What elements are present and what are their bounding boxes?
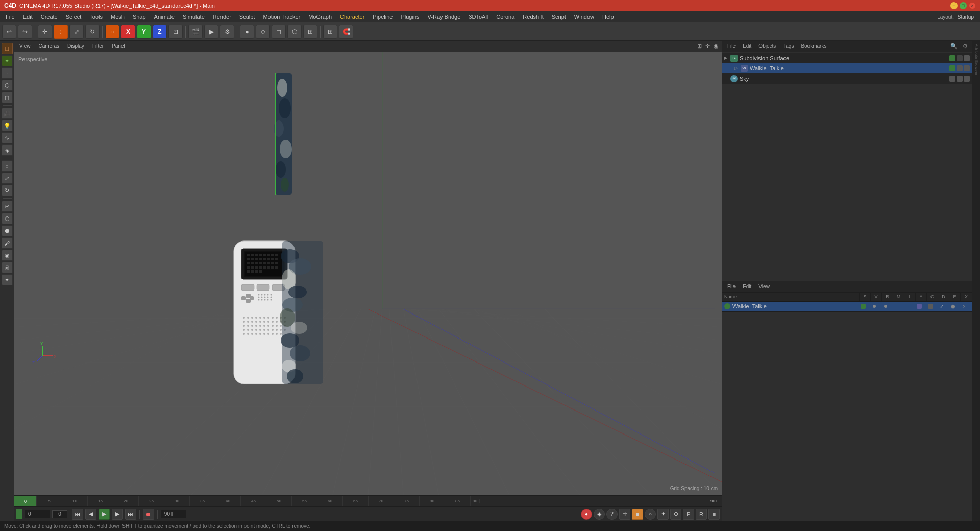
end-frame-input[interactable] bbox=[161, 510, 186, 518]
points-mode-button[interactable]: ● bbox=[240, 25, 254, 39]
redo-button[interactable]: ↪ bbox=[18, 25, 32, 39]
particles-tool-button[interactable]: ✦ bbox=[2, 274, 13, 285]
knife-tool-button[interactable]: ✂ bbox=[2, 201, 13, 212]
om-edit-menu[interactable]: Edit bbox=[740, 42, 754, 50]
edges-mode-button[interactable]: ◇ bbox=[256, 25, 270, 39]
om-objects-menu[interactable]: Objects bbox=[755, 42, 779, 50]
om-row-sky[interactable]: ☀ Sky bbox=[722, 74, 972, 84]
viewport-filter-menu[interactable]: Filter bbox=[89, 42, 107, 50]
current-frame-input[interactable] bbox=[24, 510, 50, 518]
om-search-icon[interactable]: 🔍 bbox=[948, 42, 960, 51]
camera-tool-button[interactable]: 🎥 bbox=[2, 108, 13, 119]
viewport-cameras-menu[interactable]: Cameras bbox=[36, 42, 63, 50]
attr-g-cell[interactable] bbox=[925, 304, 936, 309]
move-tool-l[interactable]: ↕ bbox=[2, 160, 13, 172]
viewport-display-menu[interactable]: Display bbox=[64, 42, 87, 50]
live-select-button[interactable]: ⬡ bbox=[287, 25, 302, 39]
maximize-button[interactable]: □ bbox=[960, 2, 967, 9]
light-tool-button[interactable]: 💡 bbox=[2, 120, 13, 131]
om-file-menu[interactable]: File bbox=[724, 42, 739, 50]
viewport-icon-3[interactable]: ◉ bbox=[713, 42, 720, 51]
attr-v-cell[interactable] bbox=[869, 305, 880, 308]
sculpt-tool-button[interactable]: ◉ bbox=[2, 250, 13, 261]
attr-d-cell[interactable]: ✓ bbox=[936, 304, 947, 309]
model-mode-button[interactable]: ✦ bbox=[2, 55, 13, 66]
bevel-tool-button[interactable]: ⬣ bbox=[2, 225, 13, 236]
om-bookmarks-menu[interactable]: Bookmarks bbox=[798, 42, 829, 50]
vis-badge-green-2[interactable] bbox=[949, 65, 955, 71]
render-region-button[interactable]: 🎬 bbox=[188, 25, 203, 39]
step-back-button[interactable]: ◀ bbox=[85, 509, 96, 520]
move-tool-button[interactable]: ↕ bbox=[54, 25, 68, 39]
menu-redshift[interactable]: Redshift bbox=[519, 13, 547, 21]
render-button[interactable]: ▶ bbox=[204, 25, 218, 39]
key-mode-button[interactable]: ■ bbox=[632, 509, 643, 520]
menu-window[interactable]: Window bbox=[571, 13, 598, 21]
viewport[interactable]: X Y Z Perspective Grid Spacing : 10 cm bbox=[14, 52, 722, 495]
menu-vray[interactable]: V-Ray Bridge bbox=[424, 13, 464, 21]
menu-tools[interactable]: Tools bbox=[86, 13, 106, 21]
close-button[interactable]: × bbox=[969, 2, 976, 9]
go-to-end-button[interactable]: ⏭ bbox=[125, 509, 136, 520]
x-axis-button[interactable]: X bbox=[121, 25, 135, 39]
lock-badge-2[interactable] bbox=[964, 65, 970, 71]
coordinate-button[interactable]: ⊡ bbox=[168, 25, 183, 39]
lock-badge-sky[interactable] bbox=[964, 76, 970, 82]
z-axis-button[interactable]: Z bbox=[153, 25, 167, 39]
menu-3dtoall[interactable]: 3DToAll bbox=[465, 13, 492, 21]
vis-badge-gray-2[interactable] bbox=[957, 65, 963, 71]
viewport-icon-1[interactable]: ⊞ bbox=[696, 42, 703, 51]
viewport-panel-menu[interactable]: Panel bbox=[109, 42, 128, 50]
menu-simulate[interactable]: Simulate bbox=[179, 13, 208, 21]
menu-mograph[interactable]: MoGraph bbox=[305, 13, 335, 21]
menu-file[interactable]: File bbox=[2, 13, 18, 21]
menu-snap[interactable]: Snap bbox=[129, 13, 150, 21]
undo-button[interactable]: ↩ bbox=[2, 25, 16, 39]
record-keyframe-button[interactable]: ● bbox=[581, 509, 592, 520]
menu-sculpt[interactable]: Sculpt bbox=[236, 13, 259, 21]
om-tags-menu[interactable]: Tags bbox=[780, 42, 797, 50]
menu-edit[interactable]: Edit bbox=[19, 13, 36, 21]
om-row-walkie-talkie[interactable]: ▷ W Walkie_Talkie bbox=[722, 63, 972, 74]
vis-badge-green[interactable] bbox=[949, 55, 955, 61]
object-mode-button[interactable]: □ bbox=[2, 43, 13, 54]
scale-tool-l[interactable]: ⤢ bbox=[2, 173, 13, 184]
motion-path-button[interactable]: ✛ bbox=[619, 509, 630, 520]
polygons-mode-button[interactable]: ◻ bbox=[272, 25, 286, 39]
paint-tool-button[interactable]: 🖌 bbox=[2, 237, 13, 249]
spline-tool-button[interactable]: ∿ bbox=[2, 132, 13, 143]
attr-row-walkie-talkie[interactable]: Walkie_Talkie bbox=[722, 302, 972, 312]
y-axis-button[interactable]: Y bbox=[137, 25, 151, 39]
viewport-view-menu[interactable]: View bbox=[16, 42, 34, 50]
grid-button[interactable]: ⊞ bbox=[323, 25, 337, 39]
new-object-button[interactable]: ✛ bbox=[38, 25, 52, 39]
menu-pipeline[interactable]: Pipeline bbox=[369, 13, 396, 21]
add-key-button[interactable]: ✦ bbox=[657, 509, 669, 520]
attr-x-cell[interactable]: × bbox=[959, 304, 970, 309]
go-to-start-button[interactable]: ⏮ bbox=[72, 509, 83, 520]
menu-script[interactable]: Script bbox=[548, 13, 570, 21]
menu-animate[interactable]: Animate bbox=[151, 13, 178, 21]
rotate-tool-l[interactable]: ↻ bbox=[2, 185, 13, 196]
menu-render[interactable]: Render bbox=[209, 13, 235, 21]
poly-mode-button-l[interactable]: ◻ bbox=[2, 92, 13, 103]
vis-badge-sky[interactable] bbox=[949, 76, 955, 82]
step-forward-button[interactable]: ▶ bbox=[112, 509, 123, 520]
select-button[interactable]: ⊞ bbox=[303, 25, 317, 39]
scale-tool-button[interactable]: ⤢ bbox=[69, 25, 84, 39]
rotate-tool-button[interactable]: ↻ bbox=[85, 25, 100, 39]
attr-e-cell[interactable]: ⬟ bbox=[947, 304, 959, 309]
delete-key-button[interactable]: ⊕ bbox=[670, 509, 681, 520]
menu-mesh[interactable]: Mesh bbox=[107, 13, 128, 21]
menu-create[interactable]: Create bbox=[37, 13, 61, 21]
om-settings-icon[interactable]: ⚙ bbox=[961, 42, 970, 51]
more-options-button[interactable]: ≡ bbox=[708, 509, 720, 520]
start-frame-input[interactable] bbox=[52, 510, 67, 518]
play-mode-button[interactable]: P bbox=[683, 509, 694, 520]
points-mode-button-l[interactable]: · bbox=[2, 67, 13, 79]
bones-tool-button[interactable]: ☠ bbox=[2, 262, 13, 273]
menu-help[interactable]: Help bbox=[599, 13, 618, 21]
attr-view-menu[interactable]: View bbox=[755, 283, 773, 291]
record-button[interactable]: ⏺ bbox=[143, 509, 154, 520]
play-button[interactable]: ▶ bbox=[99, 509, 110, 520]
